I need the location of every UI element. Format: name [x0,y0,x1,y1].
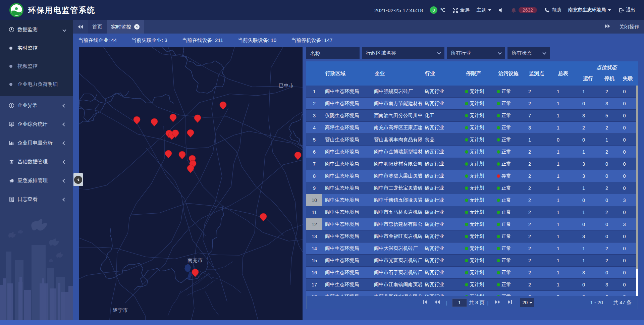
cell-points: 2 [523,194,550,206]
column-header-idx[interactable] [306,61,322,86]
status-dot-green [465,126,468,129]
table-row-15[interactable]: 15阆中生态环境局阆中市光富页岩机砖厂砖瓦行业无计划正常21120 [306,255,638,267]
pagination-bar: | 共 3 页 | 20 1 - 20 共 47 条 [306,296,638,309]
cell-points: 2 [523,279,550,290]
column-header-facility[interactable]: 治污设施 [494,61,523,86]
cell-industry: 化工 [422,110,463,121]
table-row-14[interactable]: 14阆中生态环境局阆中大兴页岩机砖厂砖瓦行业无计划正常21120 [306,242,638,255]
table-row-4[interactable]: 4高坪生态环境局南充市高坪区王家店建砖瓦行业无计划正常31220 [306,122,638,134]
cell-meters: 1 [550,98,576,109]
cell-running: 0 [576,134,601,146]
name-filter-input[interactable] [306,47,360,59]
sidebar-group-2[interactable]: 企业综合统计 [0,115,73,133]
sidebar-item-0-0[interactable]: 实时监控 [0,39,73,57]
sidebar-group-label: 数据监测 [17,26,38,33]
column-header-region[interactable]: 行政区域 [322,61,371,86]
last-page-button[interactable] [507,300,512,305]
column-header-meters[interactable]: 总表 [550,61,576,86]
limit-status: 无计划 [470,149,484,155]
tab-close-icon[interactable]: ✕ [134,24,140,30]
cell-region: 阆中生态环境局 [322,267,371,278]
column-subheader-running[interactable]: 运行 [575,73,601,84]
industry-filter-select[interactable]: 所有行业 [447,47,505,59]
table-row-9[interactable]: 9阆中生态环境局阆中市二龙长宝页岩砖砖瓦行业无计划正常21120 [306,182,638,194]
org-dropdown[interactable]: 南充市生态环境局 [568,7,611,13]
region-filter-select[interactable]: 行政区域名称 [362,47,444,59]
next-page-button[interactable] [495,300,500,305]
bottom-scrollbar-strip[interactable] [0,320,644,325]
facility-status: 正常 [501,185,511,191]
close-actions-button[interactable]: 关闭操作 [619,24,639,30]
cell-idx: 7 [306,158,322,170]
table-row-11[interactable]: 11阆中生态环境局阆中市五马桥页岩机砖砖瓦行业无计划正常21120 [306,206,638,218]
limit-status: 无计划 [470,88,484,95]
column-header-industry[interactable]: 行业 [422,61,463,86]
cell-running: 1 [576,255,601,266]
table-scrollbar[interactable] [636,86,638,296]
tab-1[interactable]: 实时监控✕ [107,20,144,34]
table-row-17[interactable]: 17阆中生态环境局阆中市江南镇阆南页岩砖瓦行业无计划正常21030 [306,279,638,291]
cell-offline: 0 [619,86,638,97]
table-row-2[interactable]: 2阆中生态环境局阆中市南方节能建材有砖瓦行业无计划正常21030 [306,98,638,110]
tabs-scroll-left-icon[interactable] [73,20,88,34]
map-collapse-handle[interactable] [73,173,83,186]
prev-page-button[interactable] [434,300,440,305]
column-header-company[interactable]: 企业 [371,61,422,86]
table-row-3[interactable]: 3仪陇生态环境局西南油气田分公司川中化工无计划正常71350 [306,110,638,122]
table-row-10[interactable]: 10阆中生态环境局阆中千佛镇五郎垭页岩砖瓦行业无计划正常21003 [306,194,638,206]
tab-0[interactable]: 首页 [88,20,107,34]
cell-industry: 砖瓦行业 [422,291,463,296]
column-subheader-stopped[interactable]: 停机 [601,73,618,84]
column-header-limit[interactable]: 停限产 [463,61,494,86]
column-subheader-offline[interactable]: 失联 [618,73,637,84]
sidebar-item-0-2[interactable]: 企业电力负荷明细 [0,75,73,93]
sidebar-group-1[interactable]: 企业异常 [0,96,73,115]
chevron-left-icon [63,121,66,127]
map[interactable]: 巴中市南充市遂宁市 [79,47,303,320]
status-dot-green [465,90,468,93]
help-button[interactable]: 帮助 [544,7,561,13]
mute-button[interactable] [498,7,504,13]
cell-stopped: 1 [601,134,619,146]
scrollbar-track[interactable] [636,86,638,269]
page-number-input[interactable] [452,299,467,307]
column-group-header-status: 点位状态 [575,61,638,73]
chart-icon [9,140,14,146]
caret-down-icon [608,9,611,11]
table-row-8[interactable]: 8阆中生态环境局阆中市枣碧大梁山页岩砖瓦行业无计划异常21300 [306,170,638,182]
column-header-points[interactable]: 监测点 [523,61,550,86]
table-body: 1阆中生态环境局阆中强锐页岩砖厂砖瓦行业无计划正常211202阆中生态环境局阆中… [306,86,638,296]
sidebar-group-4[interactable]: 基础数据管理 [0,152,73,171]
scrollbar-thumb[interactable] [636,269,638,296]
logout-button[interactable]: 退出 [618,7,635,13]
cell-stopped: 2 [601,146,619,158]
table-row-5[interactable]: 5营山生态环境局营山县润丰肉食品有限食品无计划正常10010 [306,134,638,146]
limit-status: 无计划 [470,269,484,276]
tabs-scroll-right-icon[interactable] [604,24,610,30]
facility-status: 正常 [501,112,511,119]
page-size-select[interactable]: 20 [520,298,534,307]
first-page-button[interactable] [423,300,428,305]
table-row-7[interactable]: 7阆中生态环境局阆中明阳建材有限公司砖瓦行业无计划正常21300 [306,158,638,170]
sidebar-group-3[interactable]: 企业用电量分析 [0,133,73,152]
table-row-16[interactable]: 16阆中生态环境局阆中市石子页岩机砖厂砖瓦行业无计划正常21300 [306,267,638,279]
cell-offline: 0 [619,134,638,146]
table-row-18[interactable]: 18南部生态环境局南部县新华水泥有限公砖瓦行业无计划正常62060 [306,291,638,296]
notifications[interactable]: 2632 [511,7,537,13]
sidebar-item-0-1[interactable]: 视频监控 [0,57,73,75]
table-row-6[interactable]: 6阆中生态环境局阆中市金博瑞新型墙材砖瓦行业无计划正常21120 [306,146,638,158]
table-row-1[interactable]: 1阆中生态环境局阆中强锐页岩砖厂砖瓦行业无计划正常21120 [306,86,638,98]
theme-dropdown[interactable]: 主题 [477,7,491,13]
status-filter-select[interactable]: 所有状态 [507,47,550,59]
status-dot-green [465,223,468,226]
status-dot-green [497,223,500,226]
temperature-badge: 0 [430,6,437,14]
table-row-13[interactable]: 13阆中生态环境局阆中市金福旺页岩机砖砖瓦行业无计划正常21300 [306,230,638,242]
total-pages-label: 共 3 页 [469,300,485,306]
cell-running: 3 [576,230,601,242]
fullscreen-button[interactable]: 全屏 [452,7,470,13]
sidebar-group-5[interactable]: 应急减排管理 [0,171,73,190]
sidebar-group-6[interactable]: 日志查看 [0,190,73,209]
table-row-12[interactable]: 12阆中生态环境局阆中市忠信建材有限公砖瓦行业无计划正常21003 [306,218,638,230]
sidebar-group-0[interactable]: 数据监测 [0,20,73,39]
